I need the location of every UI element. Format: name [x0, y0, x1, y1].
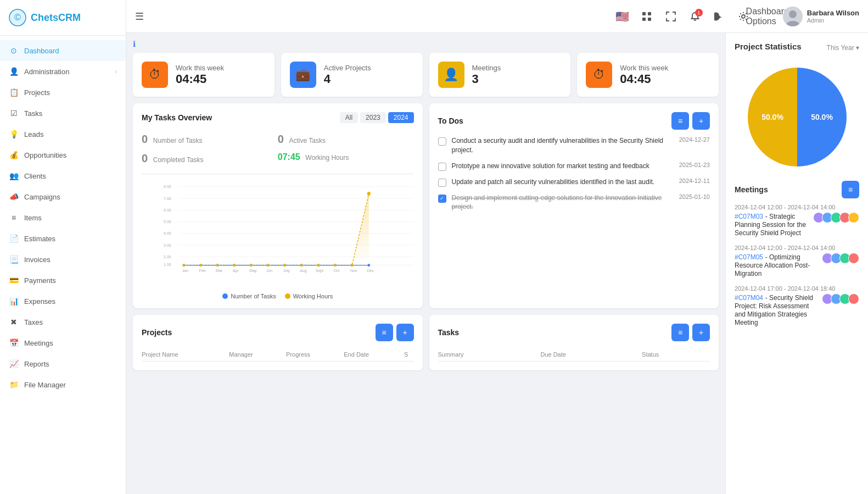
language-selector[interactable]: 🇺🇸: [614, 8, 631, 25]
nav-icon-tasks: ☑: [9, 108, 19, 118]
todo-text-2: Update and patch all security vulnerabil…: [452, 177, 674, 187]
todo-checkbox-0[interactable]: [438, 137, 446, 146]
svg-point-53: [216, 264, 219, 267]
todo-text-1: Prototype a new innovative solution for …: [452, 162, 674, 171]
projects-card: Projects ≡ + Project Name Manager: [133, 315, 423, 370]
meetings-list-button[interactable]: ≡: [842, 181, 859, 198]
meeting-content-0: #C07M03 - Strategic Planning Session for…: [735, 212, 810, 237]
todo-checkbox-2[interactable]: [438, 179, 446, 187]
svg-text:Nov: Nov: [350, 268, 357, 273]
nav-arrow-administration: ›: [115, 69, 117, 75]
meeting-link-1[interactable]: #C07M05: [735, 253, 763, 261]
nav-label-expenses: Expenses: [24, 297, 117, 306]
stats-row: ⏱ Work this week 04:45 💼 Active Projects…: [133, 53, 719, 97]
sidebar-item-payments[interactable]: 💳 Payments: [0, 270, 126, 291]
stat-content-active-projects: Active Projects 4: [324, 64, 371, 86]
sidebar-item-dashboard[interactable]: ⊙ Dashboard: [0, 40, 126, 61]
todo-item: Conduct a security audit and identify vu…: [438, 136, 710, 155]
sidebar-item-opportunities[interactable]: 💰 Opportunities: [0, 145, 126, 165]
tab-all[interactable]: All: [340, 112, 358, 123]
todos-add-button[interactable]: +: [692, 112, 710, 130]
legend-hours-label: Working Hours: [293, 293, 333, 299]
menu-toggle-button[interactable]: ☰: [135, 10, 144, 23]
svg-marker-38: [184, 194, 369, 265]
logo-text: ChetsCRM: [31, 12, 81, 24]
year-selector[interactable]: This Year ▾: [827, 44, 859, 52]
sidebar-item-meetings[interactable]: 📅 Meetings: [0, 332, 126, 353]
logo-icon: ©: [9, 9, 26, 26]
svg-point-6: [742, 15, 745, 18]
svg-text:Aug: Aug: [300, 268, 307, 273]
sidebar-item-invoices[interactable]: 📃 Invoices: [0, 249, 126, 270]
sidebar-item-leads[interactable]: 💡 Leads: [0, 124, 126, 145]
right-panel: Project Statistics This Year ▾ 50.0% 5: [725, 33, 868, 494]
stat-icon-meetings: 👤: [438, 62, 464, 88]
user-details: Barbara Wilson Admin: [807, 9, 859, 24]
legend-hours-dot: [285, 293, 290, 299]
projects-actions: ≡ +: [376, 324, 414, 341]
sidebar-item-clients[interactable]: 👥 Clients: [0, 165, 126, 186]
meeting-time-2: 2024-12-04 17:00 - 2024-12-04 18:40: [735, 285, 859, 292]
svg-point-56: [267, 264, 270, 267]
projects-add-button[interactable]: +: [396, 324, 414, 341]
sidebar-item-estimates[interactable]: 📄 Estimates: [0, 228, 126, 249]
sidebar-item-campaigns[interactable]: 📣 Campaigns: [0, 186, 126, 207]
tasks-add-button[interactable]: +: [692, 324, 710, 341]
sidebar-item-projects[interactable]: 📋 Projects: [0, 82, 126, 103]
working-hours-stat: 07:45 Working Hours: [278, 149, 414, 168]
dark-mode-button[interactable]: [710, 8, 728, 25]
user-profile[interactable]: Barbara Wilson Admin: [783, 7, 859, 26]
sidebar-item-reports[interactable]: 📈 Reports: [0, 353, 126, 374]
stat-icon-work-week-2: ⏱: [586, 62, 612, 88]
meetings-title: Meetings ≡: [735, 181, 859, 198]
meeting-time-1: 2024-12-04 12:00 - 2024-12-04 14:00: [735, 245, 859, 251]
svg-text:3.00: 3.00: [164, 242, 171, 247]
svg-text:8.00: 8.00: [164, 184, 171, 189]
bottom-row: Projects ≡ + Project Name Manager: [133, 315, 719, 370]
legend-tasks: Number of Tasks: [222, 293, 276, 299]
todo-checkbox-3[interactable]: [438, 195, 446, 203]
projects-title: Projects: [142, 328, 172, 337]
fullscreen-button[interactable]: [662, 8, 680, 25]
tab-2024[interactable]: 2024: [388, 112, 414, 123]
col-summary: Summary: [438, 348, 541, 362]
meeting-link-2[interactable]: #C07M04: [735, 294, 763, 302]
svg-point-57: [283, 264, 286, 267]
col-project-name: Project Name: [142, 348, 229, 362]
tab-2023[interactable]: 2023: [360, 112, 386, 123]
stat-label-work-week-2: Work this week: [620, 64, 668, 72]
meeting-avatars-1: [822, 253, 859, 264]
svg-text:2.00: 2.00: [164, 254, 171, 259]
stat-icon-work-week-1: ⏱: [142, 62, 168, 88]
legend-tasks-dot: [222, 293, 228, 299]
grid-view-button[interactable]: [638, 8, 656, 25]
nav-label-meetings: Meetings: [24, 339, 117, 347]
projects-list-button[interactable]: ≡: [376, 324, 393, 341]
tasks-overview-title: My Tasks Overview: [142, 113, 212, 122]
sidebar-item-tasks[interactable]: ☑ Tasks: [0, 103, 126, 124]
todos-list-button[interactable]: ≡: [671, 112, 689, 130]
tasks-list-button[interactable]: ≡: [671, 324, 689, 341]
completed-tasks-value: 0: [142, 152, 148, 164]
sidebar-item-taxes[interactable]: ✖ Taxes: [0, 312, 126, 332]
meeting-avatar-2-3: [848, 293, 859, 304]
sidebar-item-items[interactable]: ≡ Items: [0, 207, 126, 228]
svg-point-50: [367, 264, 370, 267]
info-icon[interactable]: ℹ: [133, 40, 136, 48]
notification-button[interactable]: 1: [686, 8, 704, 25]
logo-area: © ChetsCRM: [0, 0, 126, 36]
nav-icon-expenses: 📊: [9, 296, 19, 306]
meeting-link-0[interactable]: #C07M03: [735, 213, 763, 220]
sidebar-item-expenses[interactable]: 📊 Expenses: [0, 291, 126, 312]
svg-point-59: [317, 264, 320, 267]
svg-text:4.00: 4.00: [164, 231, 171, 236]
pie-chart: 50.0% 50.0%: [742, 62, 852, 172]
svg-text:Apr: Apr: [233, 268, 239, 273]
sidebar-item-file-manager[interactable]: 📁 File Manager: [0, 374, 126, 395]
dashboard-options-label[interactable]: Dashboard Options: [759, 8, 776, 25]
sidebar-nav: ⊙ Dashboard 👤 Administration › 📋 Project…: [0, 36, 126, 494]
stat-content-work-week-2: Work this week 04:45: [620, 64, 668, 86]
col-progress: Progress: [286, 348, 344, 362]
todo-checkbox-1[interactable]: [438, 163, 446, 171]
sidebar-item-administration[interactable]: 👤 Administration ›: [0, 61, 126, 82]
